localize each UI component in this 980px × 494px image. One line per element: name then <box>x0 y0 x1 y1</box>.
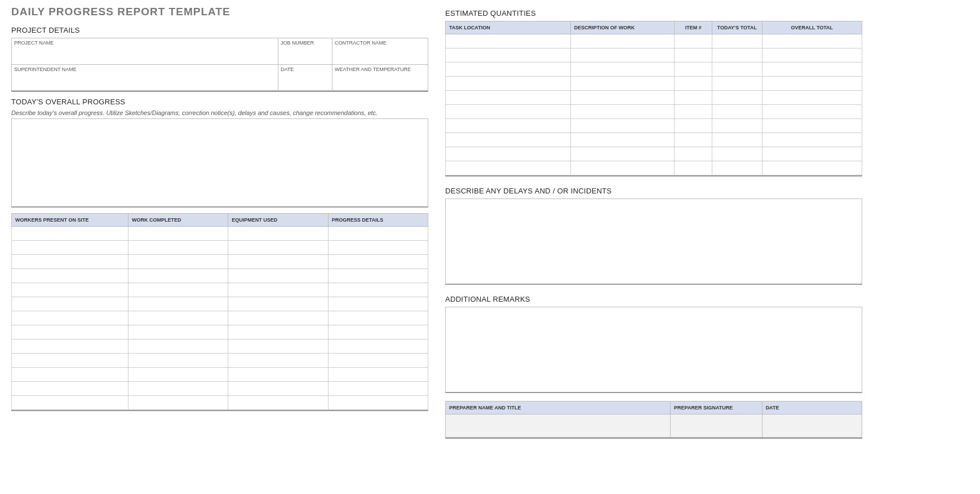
progress-equipment-input[interactable] <box>228 255 327 268</box>
progress-workers-input[interactable] <box>12 255 128 268</box>
eq-description-input[interactable] <box>571 105 675 118</box>
eq-description-input[interactable] <box>571 119 675 133</box>
progress-workers-input[interactable] <box>12 283 128 297</box>
progress-details-input[interactable] <box>329 382 428 395</box>
eq-today-input[interactable] <box>712 77 762 90</box>
progress-details-input[interactable] <box>329 354 428 367</box>
progress-equipment-input[interactable] <box>228 354 327 367</box>
progress-workers-input[interactable] <box>12 396 128 409</box>
progress-completed-input[interactable] <box>128 396 228 409</box>
progress-completed-input[interactable] <box>128 283 228 297</box>
progress-details-input[interactable] <box>329 396 428 409</box>
eq-description-input[interactable] <box>571 91 675 104</box>
eq-description-input[interactable] <box>571 77 675 90</box>
progress-completed-input[interactable] <box>128 339 228 353</box>
eq-overall-input[interactable] <box>762 77 862 90</box>
eq-description-input[interactable] <box>571 48 675 62</box>
eq-description-input[interactable] <box>571 133 675 147</box>
eq-item-input[interactable] <box>675 161 712 175</box>
eq-item-input[interactable] <box>675 119 712 133</box>
eq-overall-input[interactable] <box>762 119 862 133</box>
eq-overall-input[interactable] <box>762 63 862 76</box>
progress-workers-input[interactable] <box>12 339 128 353</box>
progress-workers-input[interactable] <box>12 241 128 254</box>
progress-details-input[interactable] <box>329 269 428 283</box>
eq-overall-input[interactable] <box>762 133 862 147</box>
eq-location-input[interactable] <box>446 161 570 175</box>
eq-location-input[interactable] <box>446 91 570 104</box>
progress-equipment-input[interactable] <box>228 269 327 283</box>
progress-completed-input[interactable] <box>128 227 228 240</box>
remarks-input[interactable] <box>446 307 862 392</box>
progress-workers-input[interactable] <box>12 368 128 381</box>
progress-equipment-input[interactable] <box>228 241 327 254</box>
eq-today-input[interactable] <box>712 91 762 104</box>
progress-completed-input[interactable] <box>128 241 228 254</box>
eq-item-input[interactable] <box>675 147 712 161</box>
progress-completed-input[interactable] <box>128 368 228 381</box>
progress-details-input[interactable] <box>329 368 428 381</box>
contractor-name-input[interactable] <box>332 46 428 64</box>
eq-location-input[interactable] <box>446 34 570 48</box>
eq-location-input[interactable] <box>446 48 570 62</box>
date-input[interactable] <box>278 73 332 91</box>
eq-item-input[interactable] <box>675 91 712 104</box>
progress-details-input[interactable] <box>329 227 428 240</box>
progress-completed-input[interactable] <box>128 269 228 283</box>
eq-overall-input[interactable] <box>762 48 862 62</box>
eq-description-input[interactable] <box>571 147 675 161</box>
progress-equipment-input[interactable] <box>228 311 327 325</box>
eq-description-input[interactable] <box>571 34 675 48</box>
progress-details-input[interactable] <box>329 339 428 353</box>
overall-progress-input[interactable] <box>12 119 428 206</box>
progress-equipment-input[interactable] <box>228 382 327 395</box>
progress-completed-input[interactable] <box>128 255 228 268</box>
eq-location-input[interactable] <box>446 133 570 147</box>
weather-input[interactable] <box>332 73 428 91</box>
eq-location-input[interactable] <box>446 77 570 90</box>
eq-overall-input[interactable] <box>762 147 862 161</box>
eq-overall-input[interactable] <box>762 34 862 48</box>
eq-location-input[interactable] <box>446 63 570 76</box>
progress-equipment-input[interactable] <box>228 297 327 311</box>
eq-location-input[interactable] <box>446 147 570 161</box>
progress-details-input[interactable] <box>329 283 428 297</box>
eq-item-input[interactable] <box>675 105 712 118</box>
progress-completed-input[interactable] <box>128 382 228 395</box>
eq-today-input[interactable] <box>712 147 762 161</box>
eq-today-input[interactable] <box>712 105 762 118</box>
preparer-signature-input[interactable] <box>671 414 762 437</box>
project-name-input[interactable] <box>12 46 278 64</box>
progress-equipment-input[interactable] <box>228 368 327 381</box>
progress-workers-input[interactable] <box>12 297 128 311</box>
eq-overall-input[interactable] <box>762 91 862 104</box>
eq-overall-input[interactable] <box>762 161 862 175</box>
eq-today-input[interactable] <box>712 119 762 133</box>
progress-workers-input[interactable] <box>12 227 128 240</box>
progress-details-input[interactable] <box>329 311 428 325</box>
progress-completed-input[interactable] <box>128 325 228 339</box>
preparer-name-input[interactable] <box>446 414 670 437</box>
progress-workers-input[interactable] <box>12 382 128 395</box>
progress-completed-input[interactable] <box>128 354 228 367</box>
progress-equipment-input[interactable] <box>228 283 327 297</box>
eq-overall-input[interactable] <box>762 105 862 118</box>
progress-equipment-input[interactable] <box>228 325 327 339</box>
eq-today-input[interactable] <box>712 161 762 175</box>
eq-description-input[interactable] <box>571 161 675 175</box>
superintendent-name-input[interactable] <box>12 73 278 91</box>
preparer-date-input[interactable] <box>762 414 862 437</box>
eq-item-input[interactable] <box>675 133 712 147</box>
progress-details-input[interactable] <box>329 325 428 339</box>
eq-today-input[interactable] <box>712 48 762 62</box>
progress-details-input[interactable] <box>329 255 428 268</box>
progress-completed-input[interactable] <box>128 297 228 311</box>
progress-equipment-input[interactable] <box>228 396 327 409</box>
job-number-input[interactable] <box>278 46 332 64</box>
progress-details-input[interactable] <box>329 297 428 311</box>
eq-today-input[interactable] <box>712 34 762 48</box>
progress-completed-input[interactable] <box>128 311 228 325</box>
eq-description-input[interactable] <box>571 63 675 76</box>
eq-today-input[interactable] <box>712 133 762 147</box>
eq-item-input[interactable] <box>675 48 712 62</box>
